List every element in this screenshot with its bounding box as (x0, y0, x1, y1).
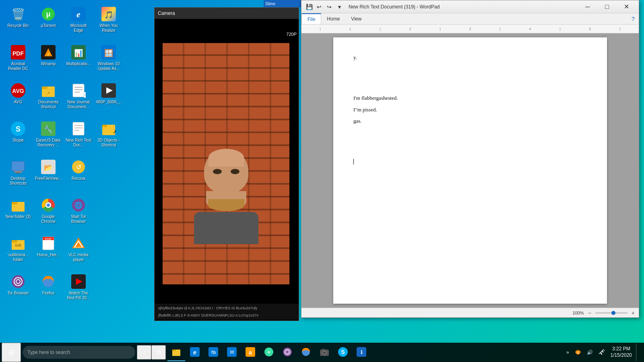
icon-firefox[interactable]: Firefox (34, 272, 62, 308)
icon-when-you-realize[interactable]: 🎵 When You Realize (95, 4, 123, 40)
icon-horus-her[interactable]: PDF Horus_Her... (34, 233, 62, 269)
zoom-in-button[interactable]: + (632, 310, 635, 316)
ribbon-tabs: File Home View ? (301, 13, 639, 25)
show-desktop-button[interactable] (636, 343, 639, 361)
tray-expand[interactable]: » (565, 349, 571, 356)
icon-acrobat[interactable]: PDF Acrobat Reader DC (4, 42, 32, 78)
taskbar-app-amazon[interactable]: a (242, 343, 259, 361)
maximize-button[interactable]: □ (598, 0, 616, 13)
svg-rect-70 (172, 350, 176, 351)
tray-time: 3:22 PM (611, 346, 632, 352)
icon-label-start-tor: Start Tor Browser (65, 214, 92, 224)
tab-view[interactable]: View (345, 13, 367, 24)
icon-label-firefox: Firefox (42, 291, 55, 296)
svg-text:📝: 📝 (83, 92, 86, 98)
start-button[interactable]: ⊞ (2, 343, 21, 362)
icon-label-utorrent: µTorrent (41, 23, 56, 28)
document-page[interactable]: y. I'm flabbergashested. I"m pissed. gas… (333, 37, 607, 304)
qa-save-button[interactable]: 💾 (305, 2, 314, 11)
qa-redo-button[interactable]: ↪ (325, 2, 334, 11)
taskbar-app-mail[interactable]: ✉ (223, 343, 241, 361)
icon-3d-objects[interactable]: ↗ 3D Objects - Shortcut (95, 119, 123, 155)
icon-label-horus-her: Horus_Her... (37, 253, 60, 257)
svg-rect-55 (12, 240, 17, 243)
zoom-slider[interactable] (595, 312, 627, 314)
taskbar-app-camera[interactable] (316, 343, 333, 361)
search-input[interactable] (23, 346, 135, 359)
svg-text:✉: ✉ (230, 349, 234, 355)
minimize-button[interactable]: ─ (578, 0, 597, 13)
icon-google-chrome[interactable]: Google Chrome (34, 195, 62, 231)
icon-desktop-shortcuts[interactable]: Desktop Shortcuts (4, 157, 32, 193)
svg-text:✈: ✈ (267, 350, 271, 355)
tray-network[interactable] (597, 348, 607, 356)
icon-480p[interactable]: 480P_600K_... (95, 80, 123, 117)
tray-volume[interactable]: 🔊 (585, 349, 594, 356)
icon-label-acrobat: Acrobat Reader DC (5, 62, 31, 71)
icon-avg[interactable]: AVG AVG (4, 80, 32, 117)
svg-point-51 (47, 204, 50, 207)
svg-text:a: a (249, 349, 252, 356)
icon-new-rich-text[interactable]: New Rich Text Doc... (64, 119, 93, 155)
icon-recycle-bin[interactable]: 🗑️ Recycle Bin (4, 4, 32, 40)
icon-label-win10-update: Windows 10 Update As... (95, 62, 122, 71)
icon-label-watch-red-pill: Watch The Red Pill 20... (65, 291, 92, 300)
taskbar-app-onion[interactable] (279, 343, 296, 361)
icon-label-new-folder: New folder (3) (6, 214, 31, 219)
task-view-button[interactable]: ⧉ (151, 345, 166, 360)
taskbar-app-firefox[interactable] (297, 343, 315, 361)
icon-utorrent[interactable]: μ µTorrent (34, 4, 62, 40)
zoom-out-button[interactable]: − (588, 310, 591, 316)
svg-text:AVG: AVG (12, 88, 24, 94)
quick-access-toolbar: 💾 ↩ ↪ ▾ (305, 2, 344, 11)
icon-documents-shortcut[interactable]: ↗ Documents Shortcut (34, 80, 62, 117)
icon-start-tor[interactable]: 🌐 Start Tor Browser (64, 195, 93, 231)
tray-datetime[interactable]: 3:22 PM 1/15/2020 (609, 345, 634, 359)
tab-file[interactable]: File (301, 13, 321, 24)
taskbar-app-explorer[interactable] (167, 343, 185, 361)
cortana-button[interactable]: ○ (137, 345, 151, 360)
svg-rect-41 (16, 173, 21, 173)
icon-subliminal[interactable]: sub 'sublimina... folder (4, 233, 32, 269)
svg-rect-88 (322, 349, 324, 350)
icon-label-documents-shortcut: Documents Shortcut (35, 100, 62, 109)
icon-label-vlc: VLC media player (65, 253, 92, 262)
icon-microsoft-edge[interactable]: e Microsoft Edge (64, 4, 93, 40)
svg-text:PDF: PDF (12, 50, 24, 57)
icon-label-easeus: EaseUS Data Recovery ... (35, 138, 62, 148)
svg-rect-40 (14, 171, 22, 173)
icon-win10-update[interactable]: 🪟 Windows 10 Update As... (95, 42, 123, 78)
svg-rect-18 (42, 86, 47, 89)
icon-label-desktop-shortcuts: Desktop Shortcuts (5, 176, 31, 186)
icon-winamp[interactable]: ⚡ Winamp (34, 42, 62, 78)
icon-vlc[interactable]: VLC media player (64, 233, 93, 269)
icon-new-folder[interactable]: New folder (3) (4, 195, 32, 231)
camera-bottom-text2: jflsdkiflK LJELS F d ANDY DUERSUANINFLSU… (157, 312, 297, 319)
camera-video (163, 43, 289, 284)
svg-rect-38 (12, 161, 25, 171)
icon-multiplication[interactable]: 📊 Multiplicatio... (64, 42, 93, 78)
icon-tor-browser[interactable]: Tor Browser (4, 272, 32, 308)
qa-undo-button[interactable]: ↩ (315, 2, 324, 11)
close-button[interactable]: ✕ (617, 0, 636, 13)
taskbar-app-store[interactable]: 🛍 (204, 343, 222, 361)
help-button[interactable]: ? (627, 13, 639, 25)
icon-skype[interactable]: S Skype (4, 119, 32, 155)
tray-antivirus[interactable]: Z (573, 348, 583, 356)
icon-label-recuva: Recuva (72, 176, 85, 181)
icon-label-recycle-bin: Recycle Bin (8, 23, 29, 28)
taskbar-app-msinfo[interactable]: ℹ (353, 343, 370, 361)
taskbar-app-edge[interactable]: e (186, 343, 204, 361)
icon-watch-red-pill[interactable]: Watch The Red Pill 20... (64, 272, 93, 308)
icon-freefileview[interactable]: 📂 FreeFileView... (34, 157, 62, 193)
icon-recuva[interactable]: ↺ Recuva (64, 157, 93, 193)
taskbar-app-skype[interactable]: S (334, 343, 352, 361)
icon-label-new-rich-text: New Rich Text Doc... (65, 138, 92, 148)
doc-line2: I'm flabbergashested. (353, 94, 587, 103)
icon-new-journal[interactable]: 📝 New Journal Document... (64, 80, 93, 117)
qa-more-button[interactable]: ▾ (335, 2, 344, 11)
taskbar-app-tripadvisor[interactable]: ✈ (260, 343, 278, 361)
tab-home[interactable]: Home (321, 13, 345, 24)
svg-text:🌐: 🌐 (74, 202, 83, 209)
icon-easeus[interactable]: 🔧 EaseUS Data Recovery ... (34, 119, 62, 155)
